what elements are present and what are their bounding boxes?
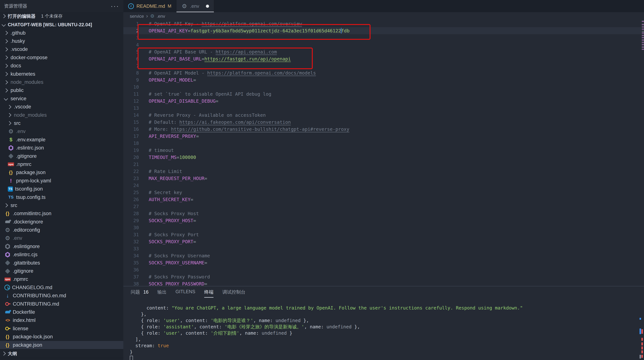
tree-item-label: src xyxy=(14,120,20,126)
chevron-right-icon xyxy=(4,88,8,93)
code-token: fdb xyxy=(341,28,350,33)
tree-item-kubernetes[interactable]: kubernetes xyxy=(0,70,123,78)
tree-item-.env[interactable]: ⚙.env xyxy=(0,234,123,242)
line-number: 9 xyxy=(123,77,139,83)
panel-tab-输出[interactable]: 输出 xyxy=(158,289,167,298)
tree-item-.eslintrc.cjs[interactable]: .eslintrc.cjs xyxy=(0,251,123,259)
tree-item-.gitattributes[interactable]: .gitattributes xyxy=(0,259,123,267)
tree-item-pnpm-lock.yaml[interactable]: !pnpm-lock.yaml xyxy=(0,177,123,185)
tree-item-package-lock.json[interactable]: {}package-lock.json xyxy=(0,333,123,341)
code-token: = xyxy=(204,281,207,286)
minimap-line-mark xyxy=(642,21,644,22)
tree-item-CONTRIBUTING.en.md[interactable]: ↓CONTRIBUTING.en.md xyxy=(0,292,123,300)
tree-item-.gitignore[interactable]: .gitignore xyxy=(0,152,123,160)
panel-tab-调试控制台[interactable]: 调试控制台 xyxy=(222,289,246,298)
minimap-line-mark xyxy=(642,20,644,21)
tree-item-node_modules[interactable]: node_modules xyxy=(0,111,123,119)
tab-.env[interactable]: ⚙.env xyxy=(176,0,214,12)
code-token: TIMEOUT_MS xyxy=(149,155,177,160)
tree-item-.gitignore[interactable]: .gitignore xyxy=(0,267,123,275)
tree-item-package.json[interactable]: {}package.json xyxy=(0,169,123,177)
sidebar-section-大纲[interactable]: 大纲 xyxy=(0,349,123,358)
tree-item-.env[interactable]: ⚙.env xyxy=(0,127,123,136)
breadcrumb-folder[interactable]: service xyxy=(130,14,144,19)
tree-item-CONTRIBUTING.md[interactable]: CONTRIBUTING.md xyxy=(0,300,123,308)
tree-item-.husky[interactable]: .husky xyxy=(0,37,123,45)
tree-item-public[interactable]: public xyxy=(0,86,123,94)
tree-item-.dockerignore[interactable]: .dockerignore xyxy=(0,218,123,226)
code-line-30: 30 xyxy=(123,224,644,231)
tree-item-node_modules[interactable]: node_modules xyxy=(0,78,123,86)
tree-item-.npmrc[interactable]: npm.npmrc xyxy=(0,275,123,283)
tree-item-label: CONTRIBUTING.md xyxy=(13,301,59,307)
git-icon xyxy=(4,268,11,274)
code-line-1: 1# OpenAI API Key - https://platform.ope… xyxy=(123,20,644,27)
tree-item-CHANGELOG.md[interactable]: CHANGELOG.md xyxy=(0,283,123,292)
tree-item-.eslintignore[interactable]: .eslintignore xyxy=(0,242,123,251)
tree-item-src[interactable]: src xyxy=(0,201,123,209)
code-editor[interactable]: 1# OpenAI API Key - https://platform.ope… xyxy=(123,20,644,286)
code-line-37: 37# Socks Proxy Password xyxy=(123,273,644,280)
explorer-title: 资源管理器 xyxy=(4,3,27,9)
unsaved-dot-icon[interactable] xyxy=(206,5,209,8)
code-line-35: 35SOCKS_PROXY_USERNAME= xyxy=(123,259,644,266)
terminal-line: { role: 'user', content: '电影的导演是谁？', nam… xyxy=(130,318,636,324)
line-content: # Socks Proxy Username xyxy=(149,253,210,258)
minimap-line-mark xyxy=(642,47,644,47)
tree-item-.eslintrc.json[interactable]: .eslintrc.json xyxy=(0,144,123,152)
chevron-right-icon xyxy=(4,39,8,43)
tree-item-docs[interactable]: docs xyxy=(0,62,123,70)
code-token: = xyxy=(193,239,196,244)
terminal-output[interactable]: content: "You are ChatGPT, a large langu… xyxy=(130,305,636,360)
tree-item-.env.example[interactable]: $.env.example xyxy=(0,136,123,144)
tree-item-index.html[interactable]: <>index.html xyxy=(0,316,123,325)
workspace-section[interactable]: CHATGPT-WEB [WSL: UBUNTU-22.04] xyxy=(0,20,123,29)
tree-item-.vscode[interactable]: .vscode xyxy=(0,45,123,53)
chevron-right-icon xyxy=(4,55,8,60)
terminal-token: 'user' xyxy=(163,318,180,323)
tree-item-src[interactable]: src xyxy=(0,119,123,127)
line-number: 4 xyxy=(123,42,139,47)
minimap[interactable] xyxy=(642,20,644,286)
code-token: = xyxy=(190,197,193,202)
tree-item-Dockerfile[interactable]: Dockerfile xyxy=(0,308,123,316)
code-token: SOCKS_PROXY_HOST xyxy=(149,218,193,223)
scrollbar-decoration xyxy=(642,338,643,341)
tab-bar: iREADME.mdM⚙.env xyxy=(123,0,644,12)
tab-README.md[interactable]: iREADME.mdM xyxy=(123,0,176,12)
breadcrumb-file[interactable]: .env xyxy=(157,14,165,19)
breadcrumb[interactable]: service › ⚙ .env xyxy=(123,12,644,20)
terminal-line: }, xyxy=(130,311,636,318)
panel-tab-GITLENS[interactable]: GITLENS xyxy=(176,289,195,297)
line-number: 36 xyxy=(123,267,139,273)
tree-item-label: tsup.config.ts xyxy=(16,194,46,200)
panel-tab-问题[interactable]: 问题16 xyxy=(131,289,148,298)
tree-item-license[interactable]: license xyxy=(0,325,123,333)
terminal-token: , name: xyxy=(240,331,262,336)
braces-icon: {} xyxy=(4,211,11,217)
code-line-31: 31# Socks Proxy Port xyxy=(123,231,644,238)
tree-item-.editorconfig[interactable]: ⚙.editorconfig xyxy=(0,226,123,234)
terminal-token: '介绍下剧情' xyxy=(211,331,240,336)
tree-item-label: docs xyxy=(10,63,21,69)
tree-item-tsup.config.ts[interactable]: TStsup.config.ts xyxy=(0,193,123,201)
sidebar-section-label: 时间线 xyxy=(8,359,22,360)
tree-item-.npmrc[interactable]: npm.npmrc xyxy=(0,160,123,168)
panel-tab-终端[interactable]: 终端 xyxy=(204,289,214,298)
tree-item-label: .eslintignore xyxy=(13,244,40,249)
tree-item-.vscode[interactable]: .vscode xyxy=(0,103,123,111)
more-actions-icon[interactable]: ··· xyxy=(111,4,119,8)
code-line-19: 19# timeout xyxy=(123,147,644,154)
scrollbar-decoration xyxy=(640,355,641,359)
tree-item-package.json[interactable]: {}package.json xyxy=(0,341,123,349)
tree-item-service[interactable]: service xyxy=(0,94,123,103)
code-line-16: 16# More: https://github.com/transitive-… xyxy=(123,126,644,133)
open-editors-section[interactable]: 打开的编辑器 1 个未保存 xyxy=(0,12,123,20)
tree-item-docker-compose[interactable]: docker-compose xyxy=(0,53,123,62)
code-token: SOCKS_PROXY_PASSWORD xyxy=(149,281,204,286)
whale-gray-icon xyxy=(4,219,11,225)
tree-item-.github[interactable]: .github xyxy=(0,29,123,37)
sidebar-section-时间线[interactable]: 时间线 xyxy=(0,358,123,360)
tree-item-.commitlintrc.json[interactable]: {}.commitlintrc.json xyxy=(0,210,123,218)
tree-item-tsconfig.json[interactable]: TStsconfig.json xyxy=(0,185,123,193)
